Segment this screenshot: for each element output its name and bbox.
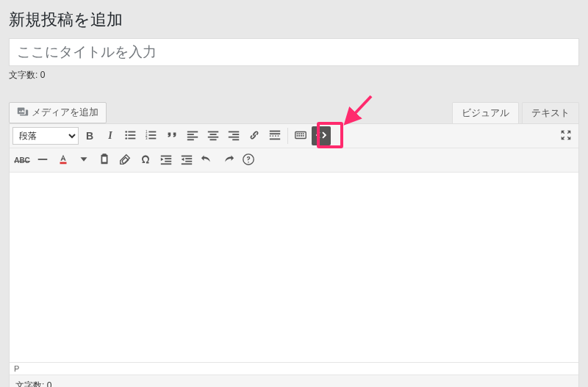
svg-rect-19 [210, 139, 217, 140]
svg-rect-42 [60, 162, 67, 164]
svg-rect-3 [128, 134, 135, 136]
svg-rect-46 [161, 155, 171, 156]
svg-rect-24 [270, 130, 280, 131]
align-center-button[interactable] [204, 126, 223, 145]
svg-rect-26 [270, 138, 280, 140]
svg-rect-28 [272, 135, 273, 136]
hr-button[interactable] [33, 151, 52, 170]
char-count-label: 文字数: [15, 380, 47, 387]
read-more-button[interactable] [265, 126, 284, 145]
align-right-button[interactable] [224, 126, 243, 145]
read-more-icon [268, 129, 282, 144]
svg-rect-41 [38, 159, 48, 160]
path-value: P [14, 364, 19, 373]
toolbar-separator [287, 128, 288, 144]
svg-rect-44 [102, 153, 106, 156]
char-count-top: 文字数: 0 [9, 69, 579, 82]
svg-point-4 [125, 137, 127, 140]
svg-rect-39 [303, 135, 304, 137]
svg-rect-15 [187, 139, 194, 140]
svg-rect-1 [128, 131, 135, 132]
hr-icon [36, 153, 49, 168]
char-count-value: 0 [47, 380, 52, 387]
tab-visual[interactable]: ビジュアル [452, 102, 519, 123]
undo-button[interactable] [198, 151, 217, 170]
number-list-button[interactable]: 123 [142, 126, 161, 145]
svg-point-2 [125, 134, 127, 136]
svg-rect-16 [208, 131, 218, 132]
fullscreen-button[interactable] [556, 126, 576, 145]
tab-text[interactable]: テキスト [522, 102, 579, 123]
svg-rect-11 [148, 137, 156, 139]
strikethrough-button[interactable]: ABC [12, 151, 32, 170]
clipboard-icon [98, 153, 111, 168]
svg-rect-18 [208, 136, 218, 137]
svg-rect-53 [182, 163, 192, 164]
page-title: 新規投稿を追加 [9, 9, 579, 31]
char-count-bottom: 文字数: 0 [10, 375, 578, 387]
outdent-button[interactable] [157, 151, 176, 170]
toolbar-row-1: 段落 B I 123 [10, 124, 578, 148]
align-left-button[interactable] [183, 126, 202, 145]
svg-rect-23 [232, 139, 239, 140]
add-media-label: メディアを追加 [32, 106, 98, 119]
source-code-button[interactable] [312, 126, 331, 145]
special-char-button[interactable] [136, 151, 155, 170]
clear-formatting-button[interactable] [115, 151, 135, 170]
svg-rect-14 [187, 136, 198, 137]
editor-mode-tabs: ビジュアル テキスト [452, 102, 579, 123]
char-count-value: 0 [40, 70, 46, 80]
link-button[interactable] [245, 126, 264, 145]
svg-rect-37 [298, 135, 300, 137]
svg-text:3: 3 [146, 137, 148, 140]
chevron-down-icon [77, 153, 90, 168]
number-list-icon: 123 [145, 129, 158, 144]
bold-button[interactable]: B [80, 126, 99, 145]
quote-icon [165, 129, 179, 144]
omega-icon [139, 153, 152, 168]
text-color-button[interactable] [54, 151, 73, 170]
svg-rect-17 [210, 134, 217, 135]
svg-rect-7 [148, 131, 156, 132]
keyboard-icon [294, 129, 307, 144]
toggle-toolbar-button[interactable] [291, 126, 310, 145]
svg-rect-36 [297, 135, 298, 137]
redo-button[interactable] [218, 151, 237, 170]
link-icon [248, 129, 261, 144]
svg-rect-32 [297, 133, 298, 134]
svg-point-0 [125, 131, 127, 133]
eraser-icon [118, 153, 132, 168]
add-media-button[interactable]: メディアを追加 [9, 102, 107, 123]
svg-rect-35 [303, 133, 304, 134]
svg-rect-21 [232, 134, 239, 135]
indent-button[interactable] [177, 151, 196, 170]
italic-button[interactable]: I [101, 126, 120, 145]
svg-rect-25 [270, 133, 280, 134]
help-button[interactable] [239, 151, 258, 170]
paste-text-button[interactable] [95, 151, 114, 170]
svg-rect-48 [165, 160, 171, 162]
editor-content[interactable] [10, 173, 578, 359]
svg-rect-29 [275, 135, 276, 136]
svg-rect-12 [187, 131, 198, 132]
text-color-dropdown[interactable] [74, 151, 93, 170]
undo-icon [201, 153, 214, 168]
svg-rect-45 [102, 156, 106, 162]
bullet-list-button[interactable] [121, 126, 140, 145]
svg-rect-47 [165, 158, 171, 159]
format-select[interactable]: 段落 [12, 127, 79, 145]
svg-rect-27 [270, 135, 271, 136]
code-icon [315, 129, 328, 144]
svg-rect-34 [301, 133, 302, 134]
post-title-input[interactable] [9, 38, 579, 66]
align-center-icon [207, 129, 220, 144]
text-color-icon [57, 153, 70, 168]
editor-container: 段落 B I 123 A [9, 123, 579, 387]
svg-rect-13 [187, 134, 194, 135]
element-path[interactable]: P [10, 362, 578, 375]
blockquote-button[interactable] [162, 126, 182, 145]
align-left-icon [186, 129, 199, 144]
bullet-list-icon [124, 129, 137, 144]
svg-rect-50 [182, 155, 192, 156]
svg-rect-49 [161, 163, 171, 164]
